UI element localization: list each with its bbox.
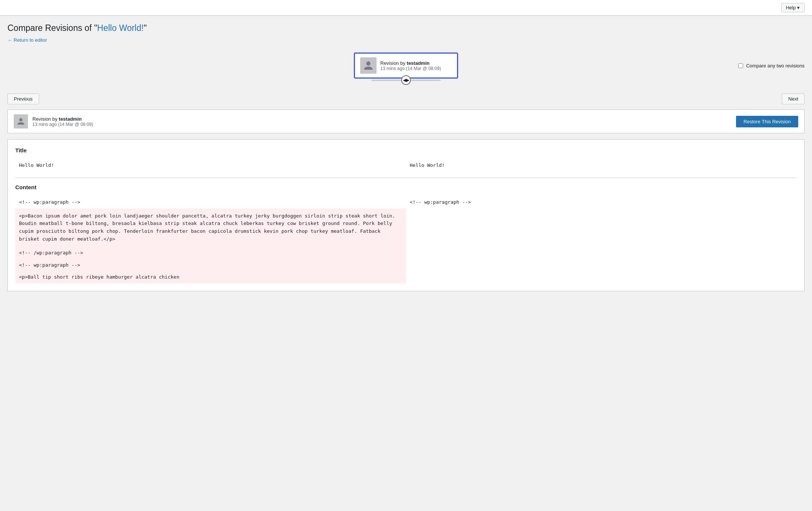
slider-handle[interactable]: ◀▶ [401,75,411,85]
diff-left-paragraph2: <p>Ball tip short ribs ribeye hamburger … [15,271,406,283]
next-button[interactable]: Next [782,93,805,104]
compare-checkbox-label: Compare any two revisions [746,63,805,69]
diff-right-empty [406,209,797,247]
diff-content-table: <!-- wp:paragraph --> <!-- wp:paragraph … [15,196,797,283]
slider-line-left [371,80,401,81]
page-header: Compare Revisions of "Hello World!" ← Re… [0,16,812,47]
diff-right-title: Hello World! [406,159,797,172]
diff-content-heading: Content [15,184,797,190]
diff-left-title: Hello World! [15,159,406,172]
diff-right-empty2 [406,247,797,259]
previous-button[interactable]: Previous [7,93,39,104]
restore-revision-button[interactable]: Restore This Revision [736,116,798,127]
revision-header-time: 13 mins ago (14 Mar @ 08:09) [32,122,93,127]
diff-left-comment-close: <!-- /wp:paragraph --> [15,247,406,259]
slider-track: ◀▶ [371,75,441,85]
diff-right-comment-open: <!-- wp:paragraph --> [406,196,797,209]
table-row: <p>Ball tip short ribs ribeye hamburger … [15,271,797,283]
diff-title-heading: Title [15,147,797,153]
table-row: <!-- /wp:paragraph --> [15,247,797,259]
title-prefix: Compare Revisions of " [7,23,97,33]
diff-left-comment-open2: <!-- wp:paragraph --> [15,259,406,272]
section-divider [15,178,797,178]
slider-line-right [411,80,441,81]
nav-section: Previous Next [0,90,812,110]
table-row: <p>Bacon ipsum dolor amet pork loin land… [15,209,797,247]
diff-left-comment-open: <!-- wp:paragraph --> [15,196,406,209]
compare-checkbox-section: Compare any two revisions [738,63,805,69]
help-button[interactable]: Help ▾ [781,3,805,12]
page-title: Compare Revisions of "Hello World!" [7,23,805,33]
compare-two-revisions-checkbox[interactable] [738,63,743,68]
revision-header-avatar [14,114,28,128]
title-suffix: " [144,23,147,33]
top-bar: Help ▾ [0,0,812,16]
revision-header-bar: Revision by testadmin 13 mins ago (14 Ma… [7,110,805,133]
diff-section: Title Hello World! Hello World! Content … [7,139,805,291]
revision-author: testadmin [407,60,429,66]
diff-title-table: Hello World! Hello World! [15,159,797,172]
avatar [360,57,377,74]
revision-header-by: Revision by testadmin [32,116,93,122]
diff-left-removed-paragraph: <p>Bacon ipsum dolor amet pork loin land… [15,209,406,247]
table-row: <!-- wp:paragraph --> [15,259,797,272]
diff-right-empty3 [406,259,797,272]
table-row: <!-- wp:paragraph --> <!-- wp:paragraph … [15,196,797,209]
revision-header-author: testadmin [59,116,82,122]
slider-section: Revision by testadmin 13 mins ago (14 Ma… [0,47,812,90]
table-row: Hello World! Hello World! [15,159,797,172]
revision-header-info: Revision by testadmin 13 mins ago (14 Ma… [14,114,93,128]
post-title-link[interactable]: Hello World! [97,23,144,33]
revision-by: Revision by testadmin [380,60,452,66]
revision-info: Revision by testadmin 13 mins ago (14 Ma… [380,60,452,71]
return-to-editor-link[interactable]: ← Return to editor [7,37,47,43]
revision-header-text: Revision by testadmin 13 mins ago (14 Ma… [32,116,93,127]
revision-time: 13 mins ago (14 Mar @ 08:09) [380,66,452,71]
diff-right-empty4 [406,271,797,283]
slider-tooltip: Revision by testadmin 13 mins ago (14 Ma… [354,53,458,79]
